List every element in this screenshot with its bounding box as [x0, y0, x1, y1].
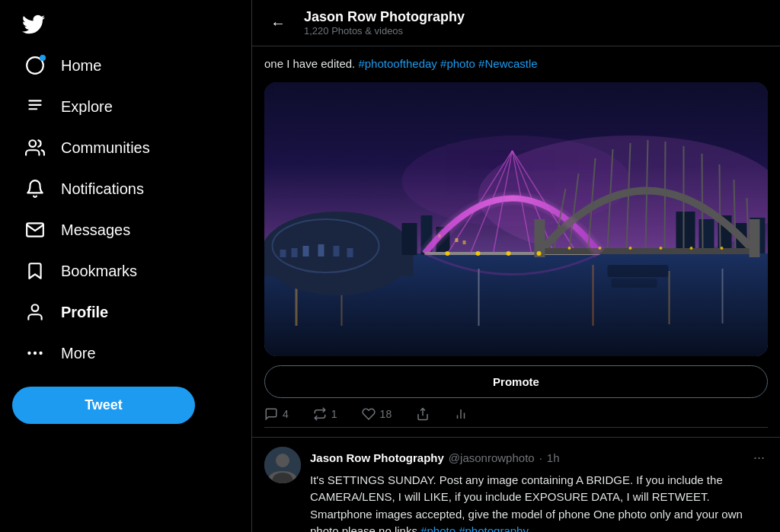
back-button[interactable]: ←	[264, 9, 292, 37]
sidebar-item-communities[interactable]: Communities	[12, 128, 239, 167]
bookmarks-icon	[24, 260, 46, 282]
tweet-dot-separator: ·	[539, 451, 542, 464]
sidebar-item-profile[interactable]: Profile	[12, 292, 239, 332]
home-notification-dot	[40, 55, 46, 61]
hashtag-photo[interactable]: #photo	[440, 57, 475, 70]
sidebar-item-explore[interactable]: Explore	[12, 87, 239, 126]
tweet-handle: @jasonrowphoto	[449, 451, 535, 464]
tweet-author: Jason Row Photography	[310, 451, 444, 464]
svg-point-64	[629, 247, 632, 250]
main-tweet: one I have edited. #photooftheday #photo…	[252, 46, 780, 438]
messages-icon	[24, 219, 46, 241]
sidebar-item-bookmarks-label: Bookmarks	[61, 263, 137, 280]
sidebar-item-home[interactable]: Home	[12, 46, 239, 85]
svg-point-62	[568, 247, 571, 250]
svg-point-59	[476, 251, 481, 256]
tweet-meta: Jason Row Photography @jasonrowphoto · 1…	[310, 447, 768, 469]
header-media-count: 1,220 Photos & videos	[304, 25, 465, 37]
svg-rect-26	[334, 246, 340, 256]
sidebar-item-more[interactable]: More	[12, 333, 239, 373]
svg-point-4	[29, 140, 36, 147]
tweet-body: Jason Row Photography @jasonrowphoto · 1…	[310, 447, 768, 533]
sidebar-item-bookmarks[interactable]: Bookmarks	[12, 251, 239, 291]
svg-rect-24	[303, 246, 309, 256]
sidebar-item-messages[interactable]: Messages	[12, 210, 239, 250]
tweet-actions: 4 1 18	[264, 401, 768, 428]
like-count: 18	[380, 408, 392, 420]
sidebar-item-profile-label: Profile	[61, 304, 108, 321]
profile-icon	[24, 301, 46, 323]
like-action[interactable]: 18	[362, 407, 392, 421]
sidebar-item-explore-label: Explore	[61, 98, 113, 116]
analytics-icon	[454, 407, 468, 421]
explore-icon	[24, 96, 46, 117]
svg-rect-17	[669, 271, 670, 324]
svg-point-61	[537, 251, 542, 256]
svg-point-67	[721, 247, 724, 250]
svg-rect-23	[292, 248, 298, 257]
analytics-action[interactable]	[454, 407, 468, 421]
secondary-hashtag-photography[interactable]: #photography	[459, 524, 529, 532]
header-account-name: Jason Row Photography	[304, 9, 465, 25]
tweet-content: It's SETTINGS SUNDAY. Post any image con…	[310, 472, 768, 533]
svg-point-7	[40, 352, 42, 354]
svg-rect-68	[456, 238, 459, 242]
hashtag-newcastle[interactable]: #Newcastle	[478, 57, 538, 70]
svg-point-58	[446, 251, 450, 256]
reply-action[interactable]: 4	[264, 407, 289, 421]
svg-rect-16	[593, 265, 594, 326]
share-icon	[416, 407, 430, 421]
sidebar-item-notifications-label: Notifications	[61, 180, 144, 198]
svg-point-11	[402, 135, 631, 227]
notifications-icon	[24, 178, 46, 199]
back-arrow-icon: ←	[270, 14, 286, 32]
svg-rect-22	[280, 250, 286, 257]
retweet-action[interactable]: 1	[313, 407, 337, 421]
tweet-text: one I have edited. #photooftheday #photo…	[264, 56, 768, 73]
sidebar-nav: Home Explore Co	[12, 46, 239, 374]
tweet-image	[264, 82, 768, 356]
hashtag-photooftheday[interactable]: #photooftheday	[358, 57, 436, 70]
svg-rect-72	[612, 279, 657, 288]
sidebar-item-more-label: More	[61, 345, 96, 362]
svg-point-60	[507, 251, 511, 256]
svg-rect-71	[608, 265, 669, 277]
promote-button[interactable]: Promote	[264, 365, 768, 398]
svg-point-6	[34, 352, 36, 354]
svg-rect-69	[463, 241, 466, 244]
twitter-icon	[22, 13, 45, 36]
svg-point-5	[32, 304, 39, 311]
sidebar-item-communities-label: Communities	[61, 139, 150, 157]
svg-point-8	[28, 352, 30, 354]
twitter-logo[interactable]	[15, 6, 52, 43]
tweet-text-body: It's SETTINGS SUNDAY. Post any image con…	[310, 473, 743, 533]
sidebar-item-messages-label: Messages	[61, 221, 130, 239]
sidebar-item-home-label: Home	[61, 57, 101, 75]
tweet-image-container[interactable]	[264, 82, 768, 356]
main-content: ← Jason Row Photography 1,220 Photos & v…	[251, 0, 780, 532]
secondary-tweet: Jason Row Photography @jasonrowphoto · 1…	[252, 438, 780, 533]
avatar	[264, 447, 301, 483]
svg-point-65	[660, 247, 663, 250]
sidebar: Home Explore Co	[0, 0, 251, 532]
sidebar-item-notifications[interactable]: Notifications	[12, 169, 239, 209]
svg-rect-25	[318, 244, 324, 256]
secondary-hashtag-photo[interactable]: #photo	[420, 524, 456, 532]
like-icon	[362, 407, 376, 421]
svg-line-52	[702, 154, 703, 248]
svg-line-50	[665, 142, 666, 248]
tweet-button[interactable]: Tweet	[12, 387, 195, 424]
share-action[interactable]	[416, 407, 430, 421]
reply-icon	[264, 407, 278, 421]
reply-count: 4	[283, 408, 289, 420]
retweet-icon	[313, 407, 327, 421]
svg-rect-28	[402, 223, 417, 255]
svg-line-53	[720, 164, 721, 248]
svg-rect-18	[722, 269, 724, 323]
header-info: Jason Row Photography 1,220 Photos & vid…	[304, 9, 465, 37]
retweet-count: 1	[331, 408, 337, 420]
tweet-header: ← Jason Row Photography 1,220 Photos & v…	[252, 0, 780, 46]
communities-icon	[24, 137, 46, 158]
home-icon	[24, 55, 46, 76]
more-options-button[interactable]: ···	[750, 447, 768, 469]
